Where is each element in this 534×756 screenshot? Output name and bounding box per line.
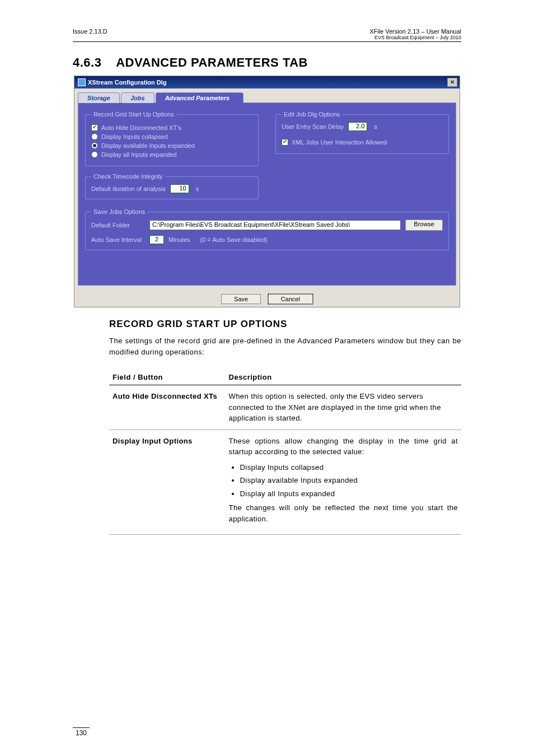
header-doc-sub: EVS Broadcast Equipment – July 2010 [369, 35, 461, 40]
section-number: 4.6.3 [73, 55, 101, 69]
radio-inputs-all-expanded[interactable] [91, 151, 98, 158]
intro-paragraph: The settings of the record grid are pre-… [109, 335, 461, 357]
tab-advanced-parameters[interactable]: Advanced Parameters [156, 92, 244, 103]
section-heading: 4.6.3 ADVANCED PARAMETERS TAB [73, 55, 461, 70]
hint-auto-save: (0 = Auto Save disabled) [200, 236, 268, 243]
desc-bullet-list: Display Inputs collapsed Display availab… [232, 462, 458, 500]
app-icon [78, 78, 86, 86]
section-title-text: ADVANCED PARAMETERS TAB [116, 55, 308, 69]
group-save-jobs: Save Jobs Options Default Folder C:\Prog… [85, 208, 449, 250]
close-button[interactable]: ✕ [447, 78, 457, 87]
radio-inputs-collapsed[interactable] [91, 133, 98, 140]
cell-desc-display-input: These options allow changing the display… [226, 430, 461, 535]
page-number: 130 [73, 727, 90, 737]
legend-save-jobs: Save Jobs Options [91, 208, 147, 215]
cell-field-auto-hide: Auto Hide Disconnected XTs [109, 385, 226, 430]
col-field: Field / Button [109, 367, 226, 385]
input-scan-delay[interactable]: 2.0 [348, 122, 367, 131]
list-item: Display available Inputs expanded [240, 475, 458, 486]
dialog-title: XStream Configuration Dlg [88, 79, 167, 86]
label-analysis-duration: Default duration of analysis [91, 185, 166, 192]
label-inputs-all-expanded: Display all Inputs expanded [101, 151, 177, 158]
radio-inputs-available-expanded[interactable] [91, 142, 98, 149]
advanced-parameters-panel: Record Grid Start Up Options Auto Hide D… [78, 102, 456, 286]
field-description-table: Field / Button Description Auto Hide Dis… [109, 367, 461, 535]
xstream-config-dialog: XStream Configuration Dlg ✕ Storage Jobs… [74, 76, 460, 307]
input-auto-save-interval[interactable]: 2 [149, 235, 164, 244]
label-scan-delay: User Entry Scan Delay [282, 123, 344, 130]
desc-intro: These options allow changing the display… [229, 436, 458, 458]
tabstrip: Storage Jobs Advanced Parameters [78, 92, 456, 102]
col-description: Description [226, 367, 461, 385]
unit-auto-save-interval: Minutes [168, 236, 190, 243]
group-edit-job: Edit Job Dlg Options User Entry Scan Del… [275, 111, 449, 154]
legend-edit-job: Edit Job Dlg Options [282, 111, 342, 118]
cell-field-display-input: Display Input Options [109, 430, 226, 535]
unit-analysis-duration: s [196, 185, 199, 192]
subsection-heading: RECORD GRID START UP OPTIONS [109, 319, 461, 330]
label-inputs-available-expanded: Display available Inputs expanded [101, 142, 195, 149]
dialog-titlebar: XStream Configuration Dlg ✕ [74, 76, 460, 88]
label-default-folder: Default Folder [91, 222, 145, 228]
label-inputs-collapsed: Display Inputs collapsed [101, 133, 168, 140]
cell-desc-auto-hide: When this option is selected, only the E… [226, 385, 461, 430]
table-row: Auto Hide Disconnected XTs When this opt… [109, 385, 461, 430]
save-button[interactable]: Save [221, 294, 261, 304]
tab-jobs[interactable]: Jobs [121, 92, 154, 103]
label-auto-hide-xt: Auto Hide Disconnected XT's [101, 124, 181, 131]
table-row: Display Input Options These options allo… [109, 430, 461, 535]
tab-storage[interactable]: Storage [78, 92, 120, 103]
legend-record-grid: Record Grid Start Up Options [91, 111, 176, 118]
browse-button[interactable]: Browse [405, 220, 443, 231]
label-xml-interaction: XML Jobs User Interaction Allowed [292, 139, 387, 146]
list-item: Display Inputs collapsed [240, 462, 458, 473]
header-issue: Issue 2.13.D [73, 28, 107, 35]
list-item: Display all Inputs expanded [240, 488, 458, 500]
desc-outro: The changes will only be reflected the n… [229, 502, 458, 524]
label-auto-save-interval: Auto Save Interval [91, 236, 145, 243]
page-header: Issue 2.13.D XFile Version 2.13 – User M… [73, 28, 461, 42]
input-default-folder[interactable]: C:\Program Files\EVS Broadcast Equipment… [149, 220, 401, 230]
group-check-timecode: Check Timecode integrity Default duratio… [85, 173, 259, 199]
input-analysis-duration[interactable]: 10 [170, 184, 189, 193]
header-doc-title: XFile Version 2.13 – User Manual [369, 28, 461, 35]
checkbox-auto-hide-xt[interactable] [91, 124, 98, 131]
dialog-footer: Save Cancel [74, 289, 460, 307]
legend-check-timecode: Check Timecode integrity [91, 173, 165, 180]
unit-scan-delay: s [374, 123, 377, 130]
cancel-button[interactable]: Cancel [268, 294, 313, 304]
group-record-grid-startup: Record Grid Start Up Options Auto Hide D… [85, 111, 259, 166]
checkbox-xml-interaction[interactable] [282, 139, 288, 146]
